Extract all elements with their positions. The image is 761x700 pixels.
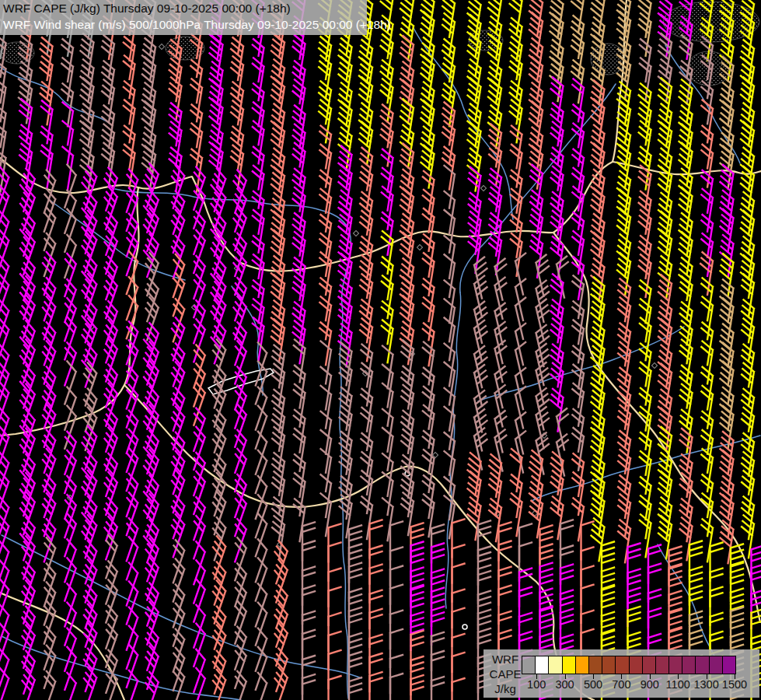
legend-color-cell	[722, 656, 736, 674]
title-bar: WRF CAPE (J/kg) Thursday 09-10-2025 00:0…	[0, 0, 367, 35]
legend-tick-label: 300	[550, 678, 581, 691]
legend-title-line2: CAPE	[488, 667, 522, 681]
legend-tick-label: 700	[606, 678, 637, 691]
legend-tick-label: 1300	[691, 678, 722, 691]
legend-tick-label: 1100	[662, 678, 693, 691]
legend-title-line3: J/kg	[488, 681, 522, 696]
legend-color-cell	[562, 656, 576, 674]
legend-color-cell	[682, 656, 696, 674]
legend-color-cell	[668, 656, 682, 674]
legend-color-cell	[629, 656, 643, 674]
legend-tick-label: 1500	[719, 678, 750, 691]
legend-color-cell	[535, 656, 549, 674]
legend-tick-label: 900	[634, 678, 665, 691]
cape-legend: WRF CAPE J/kg 10030050070090011001300150…	[483, 649, 759, 698]
legend-color-cell	[695, 656, 709, 674]
legend-color-scale	[522, 656, 736, 674]
wrf-map-stage: WRF CAPE (J/kg) Thursday 09-10-2025 00:0…	[0, 0, 761, 700]
title-line-cape: WRF CAPE (J/kg) Thursday 09-10-2025 00:0…	[3, 2, 291, 16]
legend-color-cell	[575, 656, 589, 674]
legend-color-cell	[709, 656, 723, 674]
legend-color-cell	[588, 656, 602, 674]
title-line-shear: WRF Wind shear (m/s) 500/1000hPa Thursda…	[3, 18, 391, 32]
legend-color-cell	[615, 656, 629, 674]
legend-color-cell	[548, 656, 562, 674]
legend-title: WRF CAPE J/kg	[488, 652, 522, 696]
legend-color-cell	[655, 656, 669, 674]
legend-color-cell	[602, 656, 616, 674]
legend-tick-label: 500	[578, 678, 609, 691]
legend-color-cell	[642, 656, 656, 674]
legend-title-line1: WRF	[488, 652, 522, 667]
weather-map	[0, 0, 761, 700]
legend-tick-label: 100	[521, 678, 552, 691]
legend-color-cell	[522, 656, 536, 674]
